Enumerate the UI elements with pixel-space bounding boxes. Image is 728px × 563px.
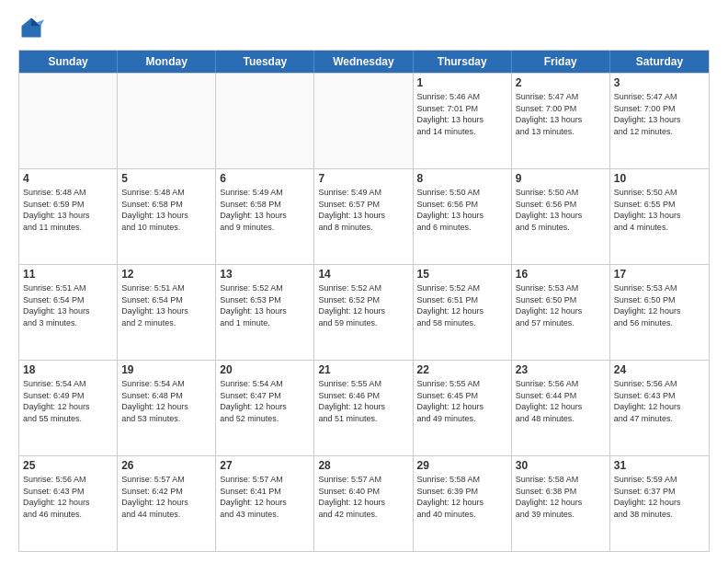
day-number: 5 [121,172,211,185]
cal-week-1: 1Sunrise: 5:46 AM Sunset: 7:01 PM Daylig… [19,73,709,168]
day-number: 28 [318,459,408,472]
day-cell-24: 24Sunrise: 5:56 AM Sunset: 6:43 PM Dayli… [610,361,709,455]
day-info: Sunrise: 5:49 AM Sunset: 6:57 PM Dayligh… [318,187,408,233]
day-cell-26: 26Sunrise: 5:57 AM Sunset: 6:42 PM Dayli… [118,456,216,551]
logo [18,15,48,40]
day-info: Sunrise: 5:51 AM Sunset: 6:54 PM Dayligh… [23,282,113,328]
page: SundayMondayTuesdayWednesdayThursdayFrid… [0,0,728,563]
day-number: 31 [614,459,705,472]
day-number: 30 [516,459,606,472]
day-number: 29 [417,459,507,472]
weekday-header-monday: Monday [118,51,216,73]
day-info: Sunrise: 5:52 AM Sunset: 6:53 PM Dayligh… [220,282,310,328]
day-info: Sunrise: 5:54 AM Sunset: 6:49 PM Dayligh… [23,378,113,424]
cal-week-2: 4Sunrise: 5:48 AM Sunset: 6:59 PM Daylig… [19,168,709,264]
day-cell-1: 1Sunrise: 5:46 AM Sunset: 7:01 PM Daylig… [414,74,512,168]
day-number: 4 [23,172,113,185]
day-info: Sunrise: 5:56 AM Sunset: 6:44 PM Dayligh… [516,378,606,424]
day-number: 7 [318,172,408,185]
day-cell-25: 25Sunrise: 5:56 AM Sunset: 6:43 PM Dayli… [19,456,118,551]
cal-week-3: 11Sunrise: 5:51 AM Sunset: 6:54 PM Dayli… [19,264,709,360]
day-info: Sunrise: 5:57 AM Sunset: 6:40 PM Dayligh… [318,474,408,520]
logo-icon [18,15,44,40]
day-info: Sunrise: 5:48 AM Sunset: 6:59 PM Dayligh… [23,187,113,233]
day-cell-22: 22Sunrise: 5:55 AM Sunset: 6:45 PM Dayli… [414,361,512,455]
day-info: Sunrise: 5:55 AM Sunset: 6:46 PM Dayligh… [318,378,408,424]
day-cell-21: 21Sunrise: 5:55 AM Sunset: 6:46 PM Dayli… [314,361,413,455]
day-number: 11 [23,268,113,281]
weekday-header-sunday: Sunday [19,51,118,73]
day-cell-4: 4Sunrise: 5:48 AM Sunset: 6:59 PM Daylig… [19,169,118,264]
day-number: 25 [23,459,113,472]
day-cell-15: 15Sunrise: 5:52 AM Sunset: 6:51 PM Dayli… [414,265,512,360]
day-number: 26 [121,459,211,472]
day-cell-12: 12Sunrise: 5:51 AM Sunset: 6:54 PM Dayli… [118,265,216,360]
day-cell-10: 10Sunrise: 5:50 AM Sunset: 6:55 PM Dayli… [610,169,709,264]
day-number: 24 [614,363,705,376]
day-info: Sunrise: 5:50 AM Sunset: 6:56 PM Dayligh… [516,187,606,233]
day-cell-5: 5Sunrise: 5:48 AM Sunset: 6:58 PM Daylig… [118,169,216,264]
day-cell-27: 27Sunrise: 5:57 AM Sunset: 6:41 PM Dayli… [216,456,314,551]
day-cell-6: 6Sunrise: 5:49 AM Sunset: 6:58 PM Daylig… [216,169,314,264]
day-cell-20: 20Sunrise: 5:54 AM Sunset: 6:47 PM Dayli… [216,361,314,455]
day-number: 6 [220,172,310,185]
day-number: 13 [220,268,310,281]
day-info: Sunrise: 5:46 AM Sunset: 7:01 PM Dayligh… [417,91,507,137]
day-number: 15 [417,268,507,281]
day-info: Sunrise: 5:52 AM Sunset: 6:52 PM Dayligh… [318,282,408,328]
day-number: 10 [614,172,705,185]
day-info: Sunrise: 5:58 AM Sunset: 6:38 PM Dayligh… [516,474,606,520]
day-info: Sunrise: 5:59 AM Sunset: 6:37 PM Dayligh… [614,474,705,520]
day-info: Sunrise: 5:56 AM Sunset: 6:43 PM Dayligh… [614,378,705,424]
day-info: Sunrise: 5:47 AM Sunset: 7:00 PM Dayligh… [614,91,705,137]
cal-week-5: 25Sunrise: 5:56 AM Sunset: 6:43 PM Dayli… [19,455,709,551]
day-cell-7: 7Sunrise: 5:49 AM Sunset: 6:57 PM Daylig… [314,169,413,264]
day-info: Sunrise: 5:57 AM Sunset: 6:41 PM Dayligh… [220,474,310,520]
calendar: SundayMondayTuesdayWednesdayThursdayFrid… [18,50,710,552]
day-number: 8 [417,172,507,185]
day-number: 3 [614,76,705,89]
header [18,15,710,40]
day-cell-3: 3Sunrise: 5:47 AM Sunset: 7:00 PM Daylig… [610,74,709,168]
day-cell-13: 13Sunrise: 5:52 AM Sunset: 6:53 PM Dayli… [216,265,314,360]
day-info: Sunrise: 5:50 AM Sunset: 6:55 PM Dayligh… [614,187,705,233]
day-number: 21 [318,363,408,376]
day-cell-29: 29Sunrise: 5:58 AM Sunset: 6:39 PM Dayli… [414,456,512,551]
weekday-header-wednesday: Wednesday [314,51,413,73]
empty-cell [314,74,413,168]
weekday-header-thursday: Thursday [414,51,512,73]
day-number: 18 [23,363,113,376]
day-number: 2 [516,76,606,89]
day-info: Sunrise: 5:58 AM Sunset: 6:39 PM Dayligh… [417,474,507,520]
day-number: 22 [417,363,507,376]
day-cell-11: 11Sunrise: 5:51 AM Sunset: 6:54 PM Dayli… [19,265,118,360]
day-number: 12 [121,268,211,281]
day-cell-19: 19Sunrise: 5:54 AM Sunset: 6:48 PM Dayli… [118,361,216,455]
day-info: Sunrise: 5:49 AM Sunset: 6:58 PM Dayligh… [220,187,310,233]
day-number: 14 [318,268,408,281]
day-info: Sunrise: 5:54 AM Sunset: 6:47 PM Dayligh… [220,378,310,424]
day-number: 1 [417,76,507,89]
day-info: Sunrise: 5:55 AM Sunset: 6:45 PM Dayligh… [417,378,507,424]
day-info: Sunrise: 5:57 AM Sunset: 6:42 PM Dayligh… [121,474,211,520]
day-info: Sunrise: 5:56 AM Sunset: 6:43 PM Dayligh… [23,474,113,520]
day-number: 16 [516,268,606,281]
weekday-header-friday: Friday [512,51,610,73]
day-cell-9: 9Sunrise: 5:50 AM Sunset: 6:56 PM Daylig… [512,169,610,264]
day-cell-8: 8Sunrise: 5:50 AM Sunset: 6:56 PM Daylig… [414,169,512,264]
day-number: 9 [516,172,606,185]
day-info: Sunrise: 5:53 AM Sunset: 6:50 PM Dayligh… [516,282,606,328]
day-info: Sunrise: 5:53 AM Sunset: 6:50 PM Dayligh… [614,282,705,328]
day-number: 27 [220,459,310,472]
day-cell-14: 14Sunrise: 5:52 AM Sunset: 6:52 PM Dayli… [314,265,413,360]
weekday-header-tuesday: Tuesday [216,51,314,73]
day-cell-23: 23Sunrise: 5:56 AM Sunset: 6:44 PM Dayli… [512,361,610,455]
day-cell-17: 17Sunrise: 5:53 AM Sunset: 6:50 PM Dayli… [610,265,709,360]
empty-cell [19,74,118,168]
weekday-header-saturday: Saturday [610,51,709,73]
day-info: Sunrise: 5:48 AM Sunset: 6:58 PM Dayligh… [121,187,211,233]
day-info: Sunrise: 5:51 AM Sunset: 6:54 PM Dayligh… [121,282,211,328]
day-info: Sunrise: 5:50 AM Sunset: 6:56 PM Dayligh… [417,187,507,233]
day-info: Sunrise: 5:52 AM Sunset: 6:51 PM Dayligh… [417,282,507,328]
day-cell-31: 31Sunrise: 5:59 AM Sunset: 6:37 PM Dayli… [610,456,709,551]
